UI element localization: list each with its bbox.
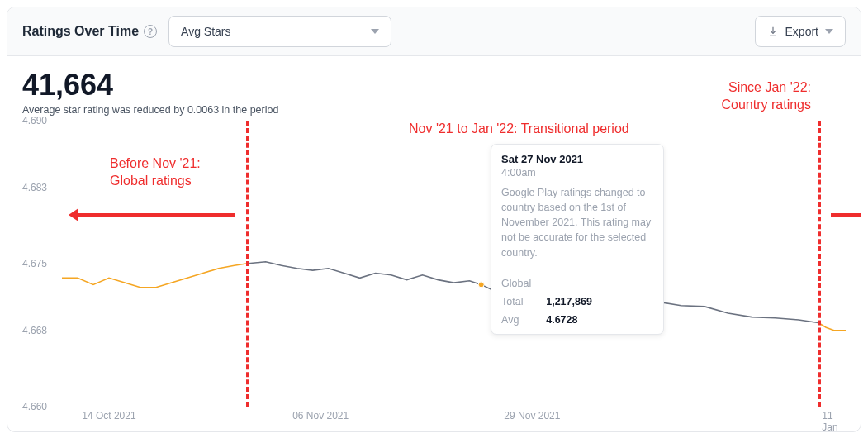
y-tick: 4.668 <box>22 325 47 336</box>
annotation-after: Since Jan '22: Country ratings <box>722 79 812 114</box>
divider-after <box>818 121 821 407</box>
metric-select-value: Avg Stars <box>181 25 230 38</box>
panel-title: Ratings Over Time ? <box>22 24 157 39</box>
arrow-right-icon <box>831 213 861 217</box>
chevron-down-icon <box>825 29 833 34</box>
x-tick: 06 Nov 2021 <box>292 410 349 422</box>
panel-body: 41,664 Average star rating was reduced b… <box>7 56 861 431</box>
metric-select[interactable]: Avg Stars <box>168 16 391 47</box>
y-tick: 4.683 <box>22 182 47 193</box>
divider-before <box>246 121 249 407</box>
plot-area: Before Nov '21: Global ratings Nov '21 t… <box>62 121 846 407</box>
chart-tooltip: Sat 27 Nov 2021 4:00am Google Play ratin… <box>491 144 664 335</box>
export-button[interactable]: Export <box>755 16 846 47</box>
tooltip-time: 4:00am <box>501 167 653 179</box>
export-button-label: Export <box>785 25 818 38</box>
x-tick: 29 Nov 2021 <box>504 410 560 422</box>
tooltip-avg-label: Avg <box>501 314 531 326</box>
tooltip-total-value: 1,217,869 <box>546 296 653 307</box>
download-icon <box>767 26 779 37</box>
panel-header: Ratings Over Time ? Avg Stars Export <box>7 7 861 56</box>
chart: 4.6904.6834.6754.6684.660 Before Nov '21… <box>22 121 846 426</box>
ratings-over-time-panel: Ratings Over Time ? Avg Stars Export 41,… <box>7 7 861 432</box>
chevron-down-icon <box>371 29 379 34</box>
x-tick: 14 Oct 2021 <box>82 410 135 422</box>
tooltip-avg-value: 4.6728 <box>546 314 653 326</box>
svg-point-0 <box>478 282 484 288</box>
tooltip-date: Sat 27 Nov 2021 <box>501 153 653 165</box>
y-tick: 4.675 <box>22 258 47 269</box>
annotation-before: Before Nov '21: Global ratings <box>110 155 201 190</box>
x-axis: 14 Oct 202106 Nov 202129 Nov 202111 Jan <box>62 410 846 426</box>
tooltip-total-label: Total <box>501 296 531 307</box>
x-tick: 11 Jan <box>822 410 837 432</box>
arrow-left-icon <box>78 213 235 217</box>
y-tick: 4.690 <box>22 115 47 126</box>
tooltip-global-label: Global <box>501 278 531 289</box>
header-left: Ratings Over Time ? Avg Stars <box>22 16 391 47</box>
help-icon[interactable]: ? <box>144 25 157 38</box>
panel-title-text: Ratings Over Time <box>22 24 139 39</box>
annotation-middle: Nov '21 to Jan '22: Transitional period <box>409 121 629 138</box>
y-axis: 4.6904.6834.6754.6684.660 <box>22 121 57 407</box>
tooltip-message: Google Play ratings changed to country b… <box>501 185 653 260</box>
y-tick: 4.660 <box>22 401 47 412</box>
